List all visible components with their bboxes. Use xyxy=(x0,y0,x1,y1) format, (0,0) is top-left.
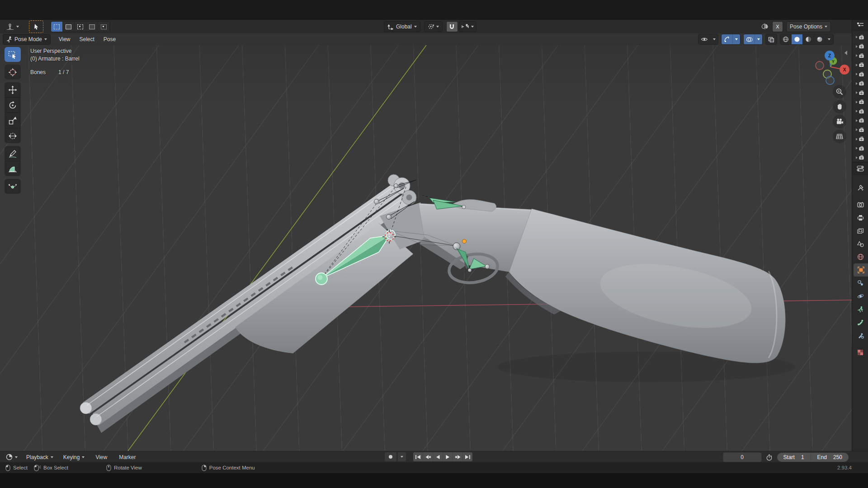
auto-key-dropdown[interactable] xyxy=(397,452,406,461)
gizmo-dropdown[interactable] xyxy=(732,34,740,44)
menu-playback[interactable]: Playback xyxy=(23,452,57,463)
select-mode-set[interactable] xyxy=(51,22,63,32)
outliner-row-camera[interactable] xyxy=(852,135,868,144)
shotgun-model[interactable] xyxy=(80,174,796,433)
show-overlays-toggle[interactable] xyxy=(744,34,755,44)
properties-strip xyxy=(852,162,868,452)
tool-select-box[interactable] xyxy=(5,47,21,62)
outliner-row-camera[interactable] xyxy=(852,144,868,153)
outliner-row-camera[interactable] xyxy=(852,42,868,52)
frame-start-field[interactable]: Start 1 xyxy=(777,454,811,460)
outliner-row-camera[interactable] xyxy=(852,116,868,126)
ortho-toggle-button[interactable] xyxy=(833,130,846,143)
pan-button[interactable] xyxy=(833,100,846,113)
menu-marker[interactable]: Marker xyxy=(114,452,140,462)
select-mode-invert[interactable] xyxy=(86,22,98,32)
jump-start-icon xyxy=(415,455,421,460)
tab-bone[interactable] xyxy=(852,316,868,329)
menu-view[interactable]: View xyxy=(54,34,75,44)
snap-toggle[interactable] xyxy=(446,21,458,32)
show-gizmo-toggle[interactable] xyxy=(722,34,732,44)
tab-constraints[interactable] xyxy=(852,277,868,290)
tab-scene[interactable] xyxy=(852,237,868,250)
transform-orientation-dropdown[interactable]: Global xyxy=(384,21,420,32)
play-button[interactable] xyxy=(443,452,453,461)
menu-timeline-view[interactable]: View xyxy=(91,452,112,462)
region-collapse-arrow-icon[interactable] xyxy=(844,51,847,55)
outliner-row-camera[interactable] xyxy=(852,88,868,98)
outliner-row-camera[interactable] xyxy=(852,107,868,116)
menu-keying[interactable]: Keying xyxy=(60,452,89,463)
tab-texture[interactable] xyxy=(852,346,868,359)
viewport-canvas[interactable] xyxy=(0,45,852,451)
tab-view-layer[interactable] xyxy=(852,224,868,237)
play-reverse-button[interactable] xyxy=(433,452,443,461)
outliner-row-camera[interactable] xyxy=(852,61,868,70)
shading-wireframe-button[interactable] xyxy=(780,34,792,44)
select-mode-extend[interactable] xyxy=(63,22,75,32)
tab-physics[interactable] xyxy=(852,290,868,303)
object-visibility-button[interactable] xyxy=(698,34,710,44)
snap-target-dropdown[interactable] xyxy=(459,21,476,32)
outliner-row-camera[interactable] xyxy=(852,51,868,61)
gizmo-neg-z[interactable] xyxy=(826,76,834,84)
zoom-button[interactable] xyxy=(833,85,846,99)
viewport-display-cluster xyxy=(698,34,834,45)
frame-end-field[interactable]: End 250 xyxy=(811,454,849,460)
outliner-row-camera[interactable] xyxy=(852,70,868,79)
tool-move[interactable] xyxy=(5,82,21,98)
tool-measure[interactable] xyxy=(5,161,21,176)
overlays-icon xyxy=(746,37,753,42)
shading-dropdown[interactable] xyxy=(826,34,833,44)
pose-options-dropdown[interactable]: Pose Options xyxy=(786,21,831,32)
outliner-header[interactable] xyxy=(852,20,868,31)
timeline-editor-type-button[interactable] xyxy=(4,452,20,463)
tool-rotate[interactable] xyxy=(5,98,21,113)
menu-select[interactable]: Select xyxy=(75,34,99,44)
outliner-row-camera[interactable] xyxy=(852,125,868,135)
mirror-x-toggle[interactable]: X xyxy=(772,21,783,32)
outliner-row-camera[interactable] xyxy=(852,33,868,42)
outliner-row-camera[interactable] xyxy=(852,153,868,163)
camera-view-button[interactable] xyxy=(833,115,846,128)
overlays-dropdown[interactable] xyxy=(755,34,762,44)
auto-key-button[interactable] xyxy=(385,452,396,461)
tab-render[interactable] xyxy=(852,198,868,211)
xray-toggle[interactable] xyxy=(765,34,777,45)
pose-tool-options-cluster: X Pose Options xyxy=(761,21,831,32)
tab-world[interactable] xyxy=(852,250,868,263)
tool-annotate[interactable] xyxy=(5,146,21,161)
tool-scale[interactable] xyxy=(5,113,21,128)
tab-tool[interactable] xyxy=(852,181,868,194)
shading-material-button[interactable] xyxy=(803,34,814,44)
editor-type-button[interactable] xyxy=(3,21,23,32)
visibility-dropdown[interactable] xyxy=(710,34,718,44)
tab-output[interactable] xyxy=(852,211,868,224)
select-mode-intersect[interactable] xyxy=(98,22,110,32)
disclosure-icon xyxy=(856,36,858,38)
next-keyframe-button[interactable] xyxy=(453,452,463,461)
mode-dropdown[interactable]: Pose Mode xyxy=(3,34,51,45)
pivot-point-dropdown[interactable] xyxy=(424,21,443,32)
preview-range-toggle[interactable] xyxy=(764,453,775,462)
tool-cursor[interactable] xyxy=(5,65,21,80)
select-mode-subtract[interactable] xyxy=(75,22,86,32)
shading-rendered-button[interactable] xyxy=(814,34,826,44)
tab-object-data-armature[interactable] xyxy=(852,303,868,316)
jump-to-end-button[interactable] xyxy=(463,452,472,461)
tool-transform[interactable] xyxy=(5,128,21,143)
outliner-row-camera[interactable] xyxy=(852,98,868,107)
active-tool-select-box[interactable] xyxy=(29,20,43,33)
tab-object[interactable] xyxy=(854,263,868,277)
tab-bone-constraints[interactable] xyxy=(852,329,868,342)
viewport-3d[interactable]: User Perspective (0) Armature : Barrel B… xyxy=(0,45,852,451)
shading-solid-button[interactable] xyxy=(792,34,803,44)
outliner-row-camera[interactable] xyxy=(852,79,868,89)
properties-header[interactable] xyxy=(852,163,868,175)
jump-to-start-button[interactable] xyxy=(413,452,423,461)
menu-pose[interactable]: Pose xyxy=(99,34,120,44)
gizmo-neg-x[interactable] xyxy=(816,61,824,70)
current-frame-field[interactable]: 0 xyxy=(723,452,762,462)
tool-pose-breakdowner[interactable] xyxy=(5,179,21,194)
prev-keyframe-button[interactable] xyxy=(423,452,433,461)
